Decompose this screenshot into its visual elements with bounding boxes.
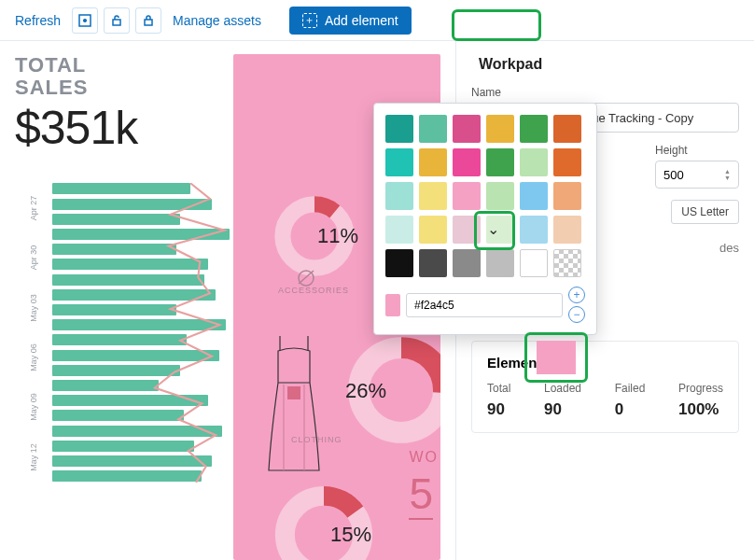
elements-panel: Elements Total90 Loaded90 Failed0 Progre… [471, 341, 739, 433]
color-swatch[interactable] [453, 249, 481, 277]
color-swatch[interactable] [453, 148, 481, 176]
color-swatch[interactable] [453, 182, 481, 210]
bar [52, 410, 184, 421]
color-swatch[interactable] [453, 216, 481, 244]
height-label: Height [655, 144, 739, 157]
color-swatch[interactable] [385, 249, 413, 277]
color-swatch[interactable] [520, 182, 548, 210]
svg-point-1 [84, 19, 87, 21]
bar [52, 319, 226, 330]
bar [52, 229, 230, 240]
color-swatch[interactable] [385, 148, 413, 176]
svg-rect-2 [113, 20, 120, 25]
stat-loaded-value: 90 [544, 400, 581, 419]
ylabel: May 09 [29, 388, 38, 426]
color-swatch[interactable] [553, 216, 581, 244]
color-swatch[interactable] [520, 249, 548, 277]
ylabel: Apr 27 [29, 189, 38, 227]
stepper-icon[interactable]: ▲▼ [724, 168, 731, 181]
name-label: Name [471, 86, 739, 99]
donut-three-value: 15% [330, 523, 371, 547]
add-element-button[interactable]: ＋ Add element [289, 7, 412, 35]
bar [52, 441, 194, 452]
color-swatch[interactable] [553, 249, 581, 277]
stat-total-value: 90 [487, 400, 510, 419]
current-color-swatch [385, 294, 400, 316]
bar [52, 274, 204, 286]
stat-total-label: Total [487, 382, 510, 395]
bar [52, 304, 176, 315]
stat-progress-value: 100% [678, 400, 723, 419]
color-swatch[interactable] [419, 115, 447, 143]
panel-title[interactable]: Workpad [471, 52, 550, 77]
bar [52, 350, 219, 361]
bar [52, 244, 176, 255]
color-swatch[interactable] [453, 115, 481, 143]
bar [52, 380, 159, 391]
color-swatch[interactable] [419, 148, 447, 176]
svg-rect-3 [145, 20, 152, 25]
bar [52, 365, 180, 376]
manage-assets-link[interactable]: Manage assets [167, 9, 267, 32]
bar-chart: Apr 27Apr 30May 03May 06May 09May 12 [15, 183, 230, 482]
height-field[interactable]: 500 ▲▼ [655, 161, 739, 189]
total-label-2: SALES [15, 77, 230, 99]
svg-rect-10 [287, 386, 300, 399]
total-label-1: TOTAL [15, 54, 230, 77]
bar [52, 455, 212, 467]
donut-clothing-value: 26% [345, 379, 386, 403]
refresh-link[interactable]: Refresh [9, 9, 66, 32]
hex-input[interactable] [406, 293, 563, 317]
bar [52, 395, 208, 406]
toolbar: Refresh Manage assets ＋ Add element [0, 0, 754, 41]
ylabel: Apr 30 [29, 239, 38, 276]
ylabel: May 03 [29, 289, 38, 327]
color-swatch[interactable] [520, 216, 548, 244]
color-swatch[interactable] [486, 249, 514, 277]
bar [52, 289, 216, 301]
lock-icon[interactable] [135, 7, 161, 34]
dress-icon [261, 334, 327, 474]
color-swatch[interactable] [385, 182, 413, 210]
color-swatch[interactable] [553, 148, 581, 176]
height-value: 500 [663, 168, 684, 182]
color-swatch[interactable] [419, 182, 447, 210]
bar [52, 183, 190, 194]
canvas-left-col: TOTAL SALES $351k Apr 27Apr 30May 03May … [15, 54, 230, 560]
bar [52, 199, 212, 210]
color-swatch[interactable] [553, 182, 581, 210]
wo-text: WO 5 [409, 437, 439, 519]
donut-three [272, 483, 375, 560]
color-swatch[interactable] [486, 182, 514, 210]
color-swatch[interactable] [553, 115, 581, 143]
color-swatch[interactable] [486, 115, 514, 143]
total-value: $351k [15, 101, 230, 155]
stat-failed-value: 0 [615, 400, 646, 419]
bar [52, 334, 187, 345]
add-element-label: Add element [325, 13, 398, 28]
chevron-down-icon: ⌄ [487, 220, 499, 238]
bar-chart-bars [52, 183, 230, 482]
selected-color-preview [537, 341, 576, 374]
lock-open-icon[interactable] [104, 7, 130, 34]
remove-color-icon[interactable]: − [568, 306, 585, 323]
bar [52, 470, 202, 482]
bar-chart-ylabels: Apr 27Apr 30May 03May 06May 09May 12 [15, 183, 52, 482]
color-swatch[interactable] [486, 148, 514, 176]
color-picker[interactable]: + − [373, 103, 597, 335]
color-swatch[interactable] [520, 148, 548, 176]
donut-accessories-value: 11% [317, 224, 358, 248]
add-color-icon[interactable]: + [568, 287, 585, 303]
stat-failed-label: Failed [615, 382, 646, 395]
color-swatch[interactable] [385, 115, 413, 143]
ylabel: May 06 [29, 339, 38, 376]
bar [52, 214, 180, 225]
color-swatch[interactable] [520, 115, 548, 143]
fullscreen-icon[interactable] [72, 7, 98, 34]
color-swatch[interactable] [419, 249, 447, 277]
color-swatch[interactable] [419, 216, 447, 244]
stat-progress-label: Progress [678, 382, 723, 395]
usletter-pill[interactable]: US Letter [671, 200, 739, 224]
color-swatch[interactable] [385, 216, 413, 244]
stat-loaded-label: Loaded [544, 382, 581, 395]
